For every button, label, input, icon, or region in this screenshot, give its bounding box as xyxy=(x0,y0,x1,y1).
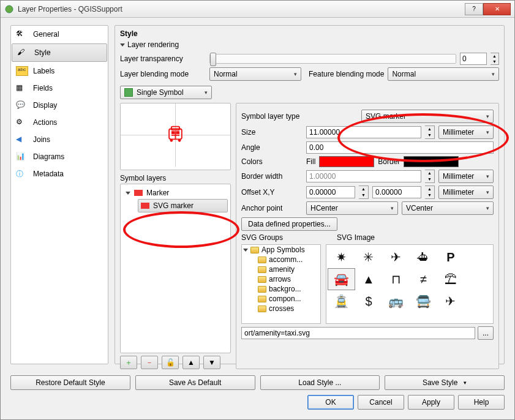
border-width-input[interactable]: 1.00000 xyxy=(306,170,421,182)
size-unit-combo[interactable]: Millimeter xyxy=(438,126,494,139)
svg-icon-bus[interactable]: 🚌 xyxy=(382,290,410,312)
folder-icon xyxy=(258,296,266,302)
svg-icon-toll[interactable]: $ xyxy=(355,290,383,312)
tree-item[interactable]: crosses xyxy=(242,304,320,313)
anchor-v-combo[interactable]: VCenter xyxy=(402,201,494,215)
tree-item[interactable]: accomm... xyxy=(242,255,320,264)
svg-icon-blank[interactable] xyxy=(464,246,492,268)
offset-y-spinner[interactable]: ▲▼ xyxy=(425,186,435,199)
svg-path-input[interactable]: ort/amenity=taxi.svg xyxy=(241,327,475,339)
svg-point-9 xyxy=(170,139,173,142)
cancel-button[interactable]: Cancel xyxy=(358,395,404,410)
svg-groups-label: SVG Groups xyxy=(241,233,333,242)
sidebar-item-metadata[interactable]: ⓘMetadata xyxy=(11,165,108,182)
svg-rect-7 xyxy=(171,131,175,134)
transparency-slider[interactable] xyxy=(209,54,456,64)
load-style-button[interactable]: Load Style ... xyxy=(260,375,380,390)
svg-icon-parking[interactable]: P xyxy=(437,246,465,268)
sidebar-item-diagrams[interactable]: 📊Diagrams xyxy=(11,148,108,165)
svg-icon-monument[interactable]: ▲ xyxy=(355,268,383,290)
svg-image-grid[interactable]: ✷ ✳ ✈ ⛴ P 🚘 ▲ ⊓ ≠ ⛱ 🚊 xyxy=(326,244,494,324)
symbol-layers-tree[interactable]: Marker SVG marker xyxy=(120,184,231,353)
svg-icon-burst[interactable]: ✳ xyxy=(355,246,383,268)
down-icon: ▼ xyxy=(208,358,216,367)
sidebar-item-joins[interactable]: ◀Joins xyxy=(11,131,108,148)
size-label: Size xyxy=(241,128,303,137)
svg-icon-car[interactable]: 🚘 xyxy=(328,268,355,290)
size-input[interactable]: 11.00000 xyxy=(306,126,421,138)
sidebar-item-fields[interactable]: ▦Fields xyxy=(11,80,108,97)
offset-x-spinner[interactable]: ▲▼ xyxy=(359,186,369,199)
layer-root[interactable]: Marker xyxy=(123,187,228,199)
window-title: Layer Properties - QGISSupport xyxy=(18,5,465,13)
layer-svg-marker[interactable]: SVG marker xyxy=(138,199,228,212)
save-as-default-button[interactable]: Save As Default xyxy=(135,375,255,390)
svg-icon-ship[interactable]: ⛴ xyxy=(410,246,437,268)
fill-color-swatch[interactable] xyxy=(319,156,374,167)
offset-unit-combo[interactable]: Millimeter xyxy=(438,186,494,199)
add-layer-button[interactable]: ＋ xyxy=(120,356,137,369)
info-icon: ⓘ xyxy=(16,169,28,179)
symbol-layers-label: Symbol layers xyxy=(120,174,231,182)
transparency-spinner[interactable]: ▲▼ xyxy=(491,53,499,65)
svg-icon-shelter[interactable]: ⛱ xyxy=(437,268,465,290)
tree-item[interactable]: backgro... xyxy=(242,284,320,294)
sidebar-item-style[interactable]: 🖌Style xyxy=(12,43,107,62)
svg-icon-plane[interactable]: ✈ xyxy=(382,246,410,268)
svg-icon-noequal[interactable]: ≠ xyxy=(410,268,437,290)
sidebar-item-general[interactable]: 🛠General xyxy=(11,26,108,43)
svg-icon-plane2[interactable]: ✈ xyxy=(437,290,465,312)
sidebar-item-labels[interactable]: abcLabels xyxy=(11,62,108,80)
style-panel: Style Layer rendering Layer transparency… xyxy=(115,25,505,364)
apply-button[interactable]: Apply xyxy=(408,395,454,410)
rendering-disclosure[interactable]: Layer rendering xyxy=(120,40,499,49)
folder-icon xyxy=(258,306,266,312)
symbol-type-combo[interactable]: SVG marker xyxy=(361,110,494,123)
close-button[interactable]: ✕ xyxy=(483,3,511,15)
angle-label: Angle xyxy=(241,143,303,152)
svg-icon-tram[interactable]: 🚊 xyxy=(328,290,355,312)
border-width-spinner[interactable]: ▲▼ xyxy=(425,170,435,183)
feature-blend-combo[interactable]: Normal xyxy=(388,67,499,81)
angle-input[interactable]: 0.00 xyxy=(306,141,494,154)
move-up-button[interactable]: ▲ xyxy=(182,356,200,369)
tree-item[interactable]: compon... xyxy=(242,294,320,304)
folder-icon xyxy=(258,276,266,283)
data-defined-button[interactable]: Data defined properties... xyxy=(241,217,337,231)
lock-layer-button[interactable]: 🔓 xyxy=(162,356,179,369)
layer-blend-combo[interactable]: Normal xyxy=(209,67,301,81)
folder-icon xyxy=(258,257,266,263)
anchor-h-combo[interactable]: HCenter xyxy=(306,201,398,215)
svg-icon-bus2[interactable]: 🚍 xyxy=(410,290,437,312)
help-button[interactable]: Help xyxy=(458,395,505,410)
svg-icon-blank[interactable] xyxy=(464,268,492,290)
slider-thumb[interactable] xyxy=(210,53,216,66)
remove-layer-button[interactable]: － xyxy=(141,356,158,369)
save-style-button[interactable]: Save Style▾ xyxy=(385,375,505,390)
tree-item[interactable]: arrows xyxy=(242,274,320,284)
help-button-titlebar[interactable]: ? xyxy=(465,3,483,15)
svg-groups-tree[interactable]: App Symbols accomm... amenity arrows bac… xyxy=(241,244,321,324)
restore-default-button[interactable]: Restore Default Style xyxy=(10,375,130,390)
offset-y-input[interactable]: 0.00000 xyxy=(372,186,421,198)
size-spinner[interactable]: ▲▼ xyxy=(425,126,435,139)
offset-x-input[interactable]: 0.00000 xyxy=(306,186,355,198)
renderer-combo[interactable]: Single Symbol xyxy=(120,86,212,99)
ok-button[interactable]: OK xyxy=(307,395,354,410)
svg-icon-star[interactable]: ✷ xyxy=(328,246,355,268)
browse-button[interactable]: ... xyxy=(478,326,494,340)
transparency-value[interactable]: 0 xyxy=(460,53,487,65)
folder-icon xyxy=(250,247,259,253)
border-width-unit-combo[interactable]: Millimeter xyxy=(438,170,494,183)
marker-icon xyxy=(134,190,143,196)
sidebar-item-actions[interactable]: ⚙Actions xyxy=(11,114,108,131)
gear-icon: ⚙ xyxy=(16,118,28,127)
tree-root[interactable]: App Symbols xyxy=(242,245,320,255)
move-down-button[interactable]: ▼ xyxy=(203,356,220,369)
svg-icon-gate[interactable]: ⊓ xyxy=(382,268,410,290)
symbol-properties: Symbol layer type SVG marker Size 11.000… xyxy=(236,103,499,369)
sidebar-item-display[interactable]: 💬Display xyxy=(11,97,108,114)
svg-rect-8 xyxy=(176,131,179,134)
border-color-swatch[interactable] xyxy=(404,156,459,167)
tree-item[interactable]: amenity xyxy=(242,264,320,274)
